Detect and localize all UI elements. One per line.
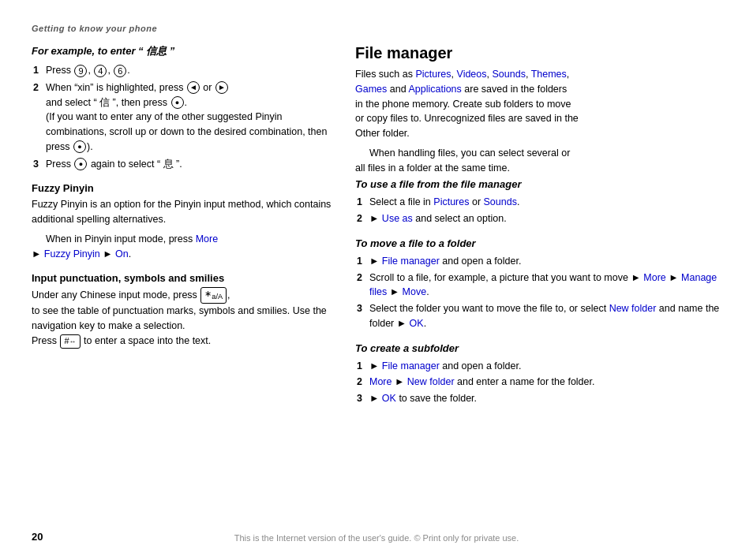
create-step-2: 2 More ► New folder and enter a name for… bbox=[369, 375, 721, 390]
games-link[interactable]: Games bbox=[355, 84, 387, 95]
move-file-title: To move a file to a folder bbox=[355, 237, 721, 249]
create-step-num-3: 3 bbox=[357, 391, 362, 406]
pictures-link[interactable]: Pictures bbox=[415, 69, 451, 80]
use-step-1: 1 Select a file in Pictures or Sounds. bbox=[369, 195, 721, 210]
nav-left-key: ◄ bbox=[187, 81, 200, 94]
example-title: For example, to enter “ 信息 ” bbox=[32, 44, 332, 58]
page: Getting to know your phone For example, … bbox=[0, 0, 753, 560]
use-file-steps: 1 Select a file in Pictures or Sounds. 2… bbox=[369, 195, 721, 226]
more-link2[interactable]: More bbox=[643, 272, 665, 283]
create-step-num-1: 1 bbox=[357, 359, 362, 374]
create-step-1: 1 ► File manager and open a folder. bbox=[369, 359, 721, 374]
themes-link[interactable]: Themes bbox=[531, 69, 567, 80]
footer-copyright: This is the Internet version of the user… bbox=[0, 533, 753, 543]
ok-link2[interactable]: OK bbox=[382, 393, 396, 404]
fuzzy-indent: When in Pinyin input mode, press More ► … bbox=[32, 232, 332, 262]
move-step-num-2: 2 bbox=[357, 271, 362, 286]
move-link[interactable]: Move bbox=[403, 286, 427, 297]
use-file-section: To use a file from the file manager 1 Se… bbox=[355, 178, 721, 226]
create-subfolder-title: To create a subfolder bbox=[355, 342, 721, 354]
key-4: 4 bbox=[94, 65, 107, 77]
step-1: 1 Press 9, 4, 6. bbox=[46, 63, 332, 78]
file-manager-link[interactable]: File manager bbox=[382, 256, 440, 267]
file-manager-title: File manager bbox=[355, 44, 721, 62]
left-column: For example, to enter “ 信息 ” 1 Press 9, … bbox=[32, 44, 332, 544]
create-subfolder-steps: 1 ► File manager and open a folder. 2 Mo… bbox=[369, 359, 721, 406]
center-key-2b: ● bbox=[73, 140, 86, 153]
sounds-link2[interactable]: Sounds bbox=[484, 196, 517, 207]
create-step-3: 3 ► OK to save the folder. bbox=[369, 391, 721, 406]
use-step-num-1: 1 bbox=[357, 195, 362, 210]
fuzzy-pinyin-link[interactable]: Fuzzy Pinyin bbox=[44, 248, 100, 259]
input-section: Input punctuation, symbols and smilies U… bbox=[32, 272, 332, 348]
move-step-num-3: 3 bbox=[357, 301, 362, 316]
move-file-section: To move a file to a folder 1 ► File mana… bbox=[355, 237, 721, 331]
input-body: Under any Chinese input mode, press ∗a/A… bbox=[32, 287, 332, 348]
step-2: 2 When “xin” is highlighted, press ◄ or … bbox=[46, 80, 332, 155]
move-step-3: 3 Select the folder you want to move the… bbox=[369, 301, 721, 331]
step-num-1: 1 bbox=[33, 63, 39, 78]
center-key-3: ● bbox=[74, 158, 87, 170]
move-step-1: 1 ► File manager and open a folder. bbox=[369, 254, 721, 269]
more-link3[interactable]: More bbox=[369, 376, 391, 387]
pictures-link2[interactable]: Pictures bbox=[433, 196, 469, 207]
example-steps: 1 Press 9, 4, 6. 2 When “xin” is highlig… bbox=[46, 63, 332, 171]
page-header: Getting to know your phone bbox=[32, 24, 721, 33]
content-area: For example, to enter “ 信息 ” 1 Press 9, … bbox=[32, 44, 721, 544]
use-step-2: 2 ► Use as and select an option. bbox=[369, 211, 721, 226]
create-subfolder-section: To create a subfolder 1 ► File manager a… bbox=[355, 342, 721, 406]
input-title: Input punctuation, symbols and smilies bbox=[32, 272, 332, 284]
sounds-link[interactable]: Sounds bbox=[492, 69, 525, 80]
new-folder-link[interactable]: New folder bbox=[609, 303, 657, 314]
step-num-2: 2 bbox=[33, 80, 39, 95]
example-section: For example, to enter “ 信息 ” 1 Press 9, … bbox=[32, 44, 332, 171]
key-6: 6 bbox=[114, 65, 126, 77]
ok-link[interactable]: OK bbox=[410, 318, 424, 329]
fuzzy-section: Fuzzy Pinyin Fuzzy Pinyin is an option f… bbox=[32, 182, 332, 261]
file-manager-intro: Files such as Pictures, Videos, Sounds, … bbox=[355, 67, 721, 141]
new-folder-link2[interactable]: New folder bbox=[407, 376, 455, 387]
key-9: 9 bbox=[74, 65, 87, 77]
move-file-steps: 1 ► File manager and open a folder. 2 Sc… bbox=[369, 254, 721, 331]
file-manager-intro2: When handling files, you can select seve… bbox=[355, 146, 721, 176]
step-3: 3 Press ● again to select “ 息 ”. bbox=[46, 157, 332, 172]
use-as-link[interactable]: Use as bbox=[382, 213, 413, 224]
more-link[interactable]: More bbox=[196, 233, 218, 245]
right-column: File manager Files such as Pictures, Vid… bbox=[355, 44, 721, 544]
on-link[interactable]: On bbox=[115, 248, 129, 259]
fuzzy-title: Fuzzy Pinyin bbox=[32, 182, 332, 194]
applications-link[interactable]: Applications bbox=[408, 84, 461, 95]
file-manager-link2[interactable]: File manager bbox=[382, 360, 440, 371]
hash-key: #↔ bbox=[60, 334, 80, 349]
use-step-num-2: 2 bbox=[357, 211, 362, 226]
nav-right-key: ► bbox=[215, 81, 228, 94]
move-step-2: 2 Scroll to a file, for example, a pictu… bbox=[369, 271, 721, 301]
fuzzy-body: Fuzzy Pinyin is an option for the Pinyin… bbox=[32, 197, 332, 227]
star-key: ∗a/A bbox=[200, 287, 227, 304]
use-file-title: To use a file from the file manager bbox=[355, 178, 721, 190]
videos-link[interactable]: Videos bbox=[457, 69, 487, 80]
step-num-3: 3 bbox=[33, 157, 39, 172]
create-step-num-2: 2 bbox=[357, 375, 362, 390]
center-key-2a: ● bbox=[171, 96, 184, 109]
move-step-num-1: 1 bbox=[357, 254, 362, 269]
